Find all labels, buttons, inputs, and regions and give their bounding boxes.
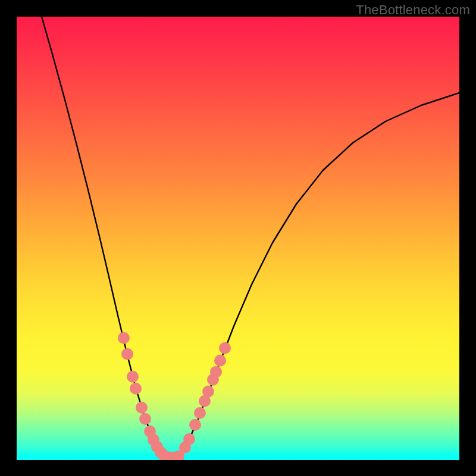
curve-layer (17, 17, 459, 460)
marker-dot (214, 355, 226, 367)
marker-dot (194, 407, 206, 419)
marker-dot (130, 383, 142, 394)
watermark-text: TheBottleneck.com (356, 2, 470, 18)
curve-lines (42, 17, 459, 458)
chart-frame: TheBottleneck.com (0, 0, 476, 476)
marker-dot (219, 342, 231, 354)
plot-area (17, 17, 459, 460)
dot-markers (118, 332, 231, 460)
marker-dot (202, 386, 214, 397)
marker-dot (139, 413, 151, 425)
marker-dot (183, 433, 195, 445)
marker-dot (189, 419, 201, 431)
marker-dot (121, 348, 133, 360)
marker-dot (210, 366, 222, 378)
marker-dot (118, 332, 130, 344)
marker-dot (136, 402, 148, 414)
marker-dot (127, 371, 139, 383)
